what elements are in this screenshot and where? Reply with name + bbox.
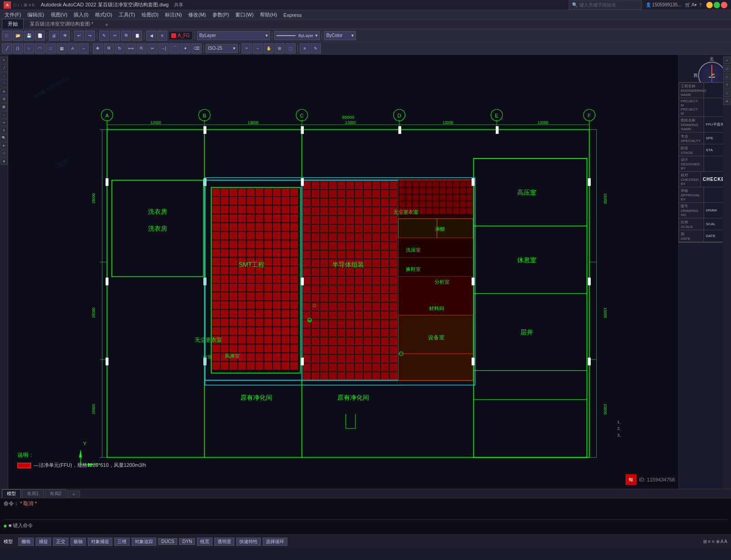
status-osnap[interactable]: 对象捕捉: [88, 538, 112, 546]
tb-open[interactable]: 📂: [13, 31, 23, 41]
tb-print[interactable]: 🖨: [49, 31, 59, 41]
tb-rect[interactable]: □: [46, 43, 56, 53]
tb-explode[interactable]: ✦: [180, 43, 191, 53]
ltb-line2[interactable]: ╱: [0, 64, 8, 72]
tab-start[interactable]: 开始: [2, 19, 24, 29]
tb-pan[interactable]: ✋: [264, 43, 274, 53]
tb-dim[interactable]: ↔: [79, 43, 89, 53]
right-icon-1[interactable]: ≡: [723, 57, 731, 64]
ltb-circle2[interactable]: ○: [0, 72, 8, 79]
menu-param[interactable]: 参数(P): [210, 11, 232, 19]
tb-save[interactable]: 💾: [24, 31, 34, 41]
menu-view[interactable]: 视图(V): [48, 11, 70, 19]
tb-copy2[interactable]: ⧉: [104, 43, 114, 53]
menu-help[interactable]: 帮助(H): [257, 11, 280, 19]
tb-properties[interactable]: ≡: [300, 43, 310, 53]
tb-undo[interactable]: ↩: [74, 31, 84, 41]
tb-new[interactable]: □: [2, 31, 12, 41]
tab-layout1[interactable]: 布局1: [22, 489, 44, 498]
ltb-arc2[interactable]: ◠: [0, 80, 8, 87]
tab-add[interactable]: +: [67, 491, 80, 498]
ltb-hatch2[interactable]: ▦: [0, 103, 8, 111]
menu-draw[interactable]: 绘图(D): [139, 11, 161, 19]
status-qp[interactable]: 快速特性: [236, 538, 261, 546]
tb-hatch[interactable]: ▦: [57, 43, 67, 53]
tb-trim[interactable]: ✂: [148, 43, 158, 53]
tb-polyline[interactable]: ⟨⟩: [13, 43, 23, 53]
plotstyle-dropdown[interactable]: ByColor ▾: [324, 31, 356, 40]
tb-save-as[interactable]: 📄: [35, 31, 45, 41]
tb-preview[interactable]: 👁: [60, 31, 70, 41]
menu-tools[interactable]: 工具(T): [116, 11, 138, 19]
status-otrack[interactable]: 对象追踪: [132, 538, 156, 546]
ltb-3d[interactable]: ⬡: [0, 150, 8, 157]
tb-match[interactable]: ✎: [99, 31, 109, 41]
lineweight-dropdown[interactable]: ByLayer ▾: [274, 31, 320, 40]
tb-line[interactable]: ╱: [2, 43, 12, 53]
minimize-button[interactable]: [706, 2, 713, 8]
tab-new[interactable]: +: [99, 20, 114, 29]
tb-scale[interactable]: ⇱: [137, 43, 147, 53]
ltb-insert[interactable]: ⊞: [0, 95, 8, 103]
ltb-render[interactable]: ◈: [0, 158, 8, 165]
tb-extend[interactable]: →|: [159, 43, 169, 53]
tb-rotate[interactable]: ↻: [115, 43, 125, 53]
tb-cut[interactable]: ✂: [110, 31, 120, 41]
window-controls[interactable]: [706, 2, 727, 8]
tb-match-props[interactable]: ✎: [311, 43, 321, 53]
tb-erase[interactable]: ⌫: [191, 43, 201, 53]
status-polar[interactable]: 极轴: [70, 538, 86, 546]
tb-redo[interactable]: ↪: [85, 31, 95, 41]
ltb-measure[interactable]: ↔: [0, 111, 8, 118]
scale-dropdown[interactable]: ISO-25 ▾: [206, 44, 238, 53]
status-ducs[interactable]: DUCS: [158, 538, 177, 545]
tb-arc[interactable]: ◠: [35, 43, 45, 53]
tb-paste[interactable]: 📋: [132, 31, 142, 41]
status-3d[interactable]: 三维: [114, 538, 130, 546]
ltb-text2[interactable]: A: [0, 88, 8, 95]
menu-dimension[interactable]: 标注(N): [162, 11, 185, 19]
status-grid[interactable]: 栅格: [18, 538, 34, 546]
menu-insert[interactable]: 插入(I): [71, 11, 91, 19]
menu-format[interactable]: 格式(O): [92, 11, 115, 19]
ltb-prop[interactable]: ¶: [0, 127, 8, 134]
right-icon-6[interactable]: ⊕: [723, 98, 731, 105]
status-sel[interactable]: 选择循环: [263, 538, 287, 546]
tab-drawing[interactable]: 某百级洁净室空调结构套图·*: [24, 19, 99, 29]
restore-button[interactable]: [714, 2, 720, 8]
tab-layout2[interactable]: 布局2: [45, 489, 67, 498]
menu-edit[interactable]: 编辑(E): [25, 11, 47, 19]
tb-zoom-in[interactable]: +: [242, 43, 252, 53]
tb-mirror[interactable]: ⟺: [126, 43, 136, 53]
menu-file[interactable]: 文件(F): [2, 11, 24, 19]
tb-circle[interactable]: ○: [24, 43, 34, 53]
ltb-zoom2[interactable]: 🔍: [0, 134, 8, 142]
right-icon-4[interactable]: ↺: [723, 81, 731, 89]
tb-move[interactable]: ✥: [93, 43, 103, 53]
tb-zoom-extent[interactable]: ⊞: [275, 43, 285, 53]
ltb-view[interactable]: 👁: [0, 142, 8, 149]
status-lw[interactable]: 线宽: [197, 538, 212, 546]
menu-express[interactable]: Express: [281, 11, 304, 19]
tb-layer-mgr[interactable]: ≡: [157, 31, 167, 41]
status-dyn[interactable]: DYN: [179, 538, 195, 545]
right-icon-2[interactable]: ◱: [723, 65, 731, 72]
status-snap[interactable]: 捕捉: [36, 538, 51, 546]
status-ortho[interactable]: 正交: [53, 538, 69, 546]
tb-text[interactable]: A: [68, 43, 78, 53]
tb-zoom-out[interactable]: −: [253, 43, 263, 53]
menu-modify[interactable]: 修改(M): [185, 11, 209, 19]
ltb-select[interactable]: ↖: [0, 57, 8, 64]
right-icon-5[interactable]: ▷: [723, 90, 731, 97]
status-trans[interactable]: 透明度: [214, 538, 234, 546]
menu-window[interactable]: 窗口(W): [233, 11, 256, 19]
tb-fillet[interactable]: ⌒: [170, 43, 180, 53]
linetype-dropdown[interactable]: ByLayer ▾: [197, 31, 270, 40]
close-button[interactable]: [721, 2, 727, 8]
ltb-layer2[interactable]: ≡: [0, 119, 8, 126]
canvas-area[interactable]: www.znzmo.com 知木网www.znzmo.com 知木网 www.z…: [8, 55, 678, 489]
tb-copy[interactable]: ⧉: [121, 31, 131, 41]
tb-layer-prev[interactable]: ◀: [146, 31, 156, 41]
command-input-field[interactable]: [35, 523, 727, 528]
tb-zoom-window[interactable]: ⬚: [286, 43, 296, 53]
